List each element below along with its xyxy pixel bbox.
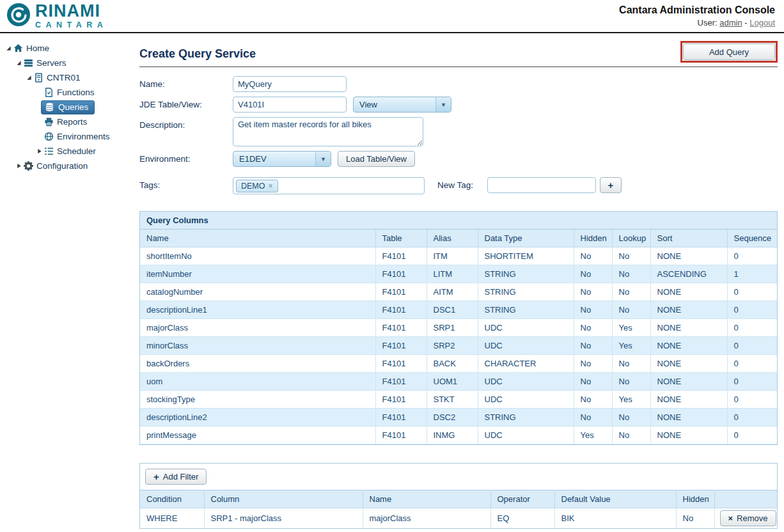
jde-table-view-input[interactable]	[233, 97, 347, 113]
expand-arrow-icon[interactable]	[24, 75, 33, 81]
new-tag-label: New Tag:	[437, 177, 487, 190]
cell-name: majorClass	[363, 508, 490, 529]
cell-name: itemNumber	[140, 265, 375, 283]
sidebar-item-configuration[interactable]: Configuration	[0, 159, 139, 173]
load-table-view-button[interactable]: Load Table/View	[338, 151, 415, 167]
sidebar-item-cntr01[interactable]: CNTR01	[0, 70, 139, 85]
cell-column: SRP1 - majorClass	[204, 508, 363, 529]
cell-table: F4101	[375, 409, 427, 426]
sidebar-item-label: CNTR01	[47, 73, 81, 82]
sidebar-item-servers[interactable]: Servers	[0, 56, 139, 70]
reports-icon	[43, 117, 54, 127]
cell-hidden: No	[574, 409, 612, 426]
environment-select[interactable]: E1DEV ▼	[233, 151, 331, 167]
cell-sequence: 0	[727, 319, 777, 337]
cell-name: stockingType	[140, 391, 375, 409]
add-filter-button[interactable]: + Add Filter	[145, 469, 207, 485]
table-row[interactable]: descriptionLine1 F4101 DSC1 STRING No No…	[140, 301, 777, 319]
logout-link[interactable]: Logout	[749, 18, 775, 27]
table-row[interactable]: uom F4101 UOM1 UDC No No NONE 0	[140, 373, 777, 391]
cell-sort: NONE	[650, 301, 727, 319]
cell-name: descriptionLine2	[140, 409, 375, 426]
user-line: User: admin - Logout	[619, 18, 775, 27]
description-textarea[interactable]: Get item master records for all bikes	[233, 117, 423, 146]
cell-hidden: No	[574, 319, 612, 337]
user-link[interactable]: admin	[719, 18, 742, 27]
add-tag-button[interactable]: +	[600, 177, 622, 193]
environments-icon	[43, 132, 54, 142]
cell-sequence: 0	[727, 301, 777, 319]
server-icon	[33, 73, 44, 83]
queries-icon	[44, 102, 55, 113]
app-title: Cantara Administration Console	[619, 4, 775, 16]
column-header-alias: Alias	[427, 230, 478, 247]
filters-body: WHERE SRP1 - majorClass majorClass EQ BI…	[140, 508, 777, 529]
cell-data-type: STRING	[478, 283, 574, 301]
sub-brand-text: CANTARA	[35, 21, 107, 29]
navigation-tree: Home Servers CNTR01 Functions	[0, 33, 139, 532]
cell-sort: NONE	[650, 319, 727, 337]
table-row[interactable]: majorClass F4101 SRP1 UDC No Yes NONE 0	[140, 319, 777, 337]
table-type-select[interactable]: View ▼	[353, 97, 451, 113]
add-query-button[interactable]: Add Query	[683, 43, 775, 60]
filter-header-operator: Operator	[490, 490, 554, 508]
scheduler-icon	[43, 146, 54, 157]
page-title: Create Query Service	[139, 43, 256, 61]
functions-icon	[43, 88, 54, 98]
sidebar-item-scheduler[interactable]: Scheduler	[0, 144, 139, 159]
cell-name: shortItemNo	[140, 247, 375, 265]
cell-sequence: 0	[727, 391, 777, 409]
filter-row[interactable]: WHERE SRP1 - majorClass majorClass EQ BI…	[140, 508, 777, 529]
environment-selected-value: E1DEV	[233, 154, 267, 164]
table-row[interactable]: catalogNumber F4101 AITM STRING No No NO…	[140, 283, 777, 301]
sidebar-item-queries[interactable]: Queries	[0, 100, 139, 114]
cell-alias: INMG	[427, 426, 478, 444]
new-tag-input[interactable]	[487, 177, 596, 193]
cell-sequence: 1	[727, 265, 777, 283]
cell-alias: LITM	[427, 265, 478, 283]
sidebar-item-environments[interactable]: Environments	[0, 129, 139, 144]
cell-sequence: 0	[727, 409, 777, 426]
cell-data-type: STRING	[478, 301, 574, 319]
column-header-name: Name	[140, 230, 375, 247]
tags-input[interactable]: DEMO ×	[233, 177, 425, 194]
table-row[interactable]: minorClass F4101 SRP2 UDC No Yes NONE 0	[140, 337, 777, 355]
cell-alias: DSC2	[427, 409, 478, 426]
filter-header-name: Name	[363, 490, 490, 508]
expand-arrow-icon[interactable]	[14, 60, 23, 66]
cell-data-type: UDC	[478, 426, 574, 444]
cell-hidden: No	[574, 283, 612, 301]
table-type-selected-value: View	[354, 100, 377, 109]
name-input[interactable]	[233, 76, 347, 92]
cell-name: printMessage	[140, 426, 375, 444]
table-row[interactable]: backOrders F4101 BACK CHARACTER No No NO…	[140, 355, 777, 373]
cell-sort: NONE	[650, 355, 727, 373]
cell-table: F4101	[375, 247, 427, 265]
cell-lookup: No	[612, 247, 650, 265]
cell-table: F4101	[375, 265, 427, 283]
cell-sort: NONE	[650, 391, 727, 409]
column-header-data-type: Data Type	[478, 230, 574, 247]
tags-label: Tags:	[139, 177, 233, 190]
table-row[interactable]: itemNumber F4101 LITM STRING No No ASCEN…	[140, 265, 777, 283]
sidebar-item-home[interactable]: Home	[0, 41, 139, 56]
collapse-arrow-icon[interactable]	[14, 163, 23, 169]
sidebar-item-functions[interactable]: Functions	[0, 85, 139, 100]
cell-sequence: 0	[727, 283, 777, 301]
table-row[interactable]: descriptionLine2 F4101 DSC2 STRING No No…	[140, 409, 777, 426]
collapse-arrow-icon[interactable]	[35, 148, 43, 154]
table-row[interactable]: printMessage F4101 INMG UDC Yes No NONE …	[140, 426, 777, 444]
tag-chip-label: DEMO	[241, 182, 265, 191]
rinami-cantara-logo: RINAMI CANTARA	[6, 3, 107, 29]
remove-filter-button[interactable]: × Remove	[720, 510, 776, 526]
table-row[interactable]: stockingType F4101 STKT UDC No Yes NONE …	[140, 391, 777, 409]
column-header-sort: Sort	[650, 230, 727, 247]
main-content: Create Query Service Add Query Name: JDE…	[139, 33, 784, 532]
cell-alias: STKT	[427, 391, 478, 409]
close-icon: ×	[728, 514, 733, 522]
environment-label: Environment:	[139, 151, 233, 164]
expand-arrow-icon[interactable]	[4, 45, 13, 51]
sidebar-item-reports[interactable]: Reports	[0, 114, 139, 129]
table-row[interactable]: shortItemNo F4101 ITM SHORTITEM No No NO…	[140, 247, 777, 265]
remove-tag-icon[interactable]: ×	[269, 182, 273, 191]
